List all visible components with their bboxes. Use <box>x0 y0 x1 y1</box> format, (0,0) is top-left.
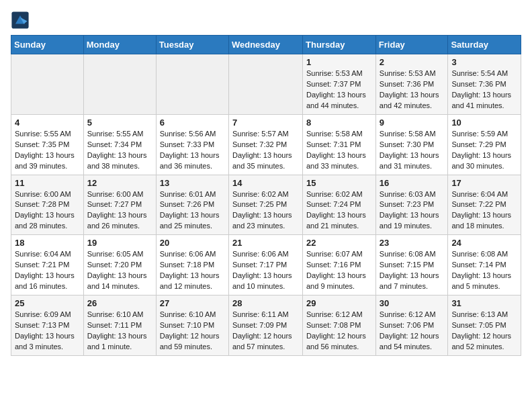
calendar-cell: 21Sunrise: 6:06 AM Sunset: 7:17 PM Dayli… <box>228 235 302 295</box>
calendar-cell: 17Sunrise: 6:04 AM Sunset: 7:22 PM Dayli… <box>448 175 521 235</box>
day-number: 8 <box>306 118 372 128</box>
calendar-cell <box>83 54 156 115</box>
calendar-cell: 25Sunrise: 6:09 AM Sunset: 7:13 PM Dayli… <box>11 295 84 356</box>
day-number: 22 <box>306 238 372 248</box>
weekday-header: Tuesday <box>156 36 228 54</box>
day-info: Sunrise: 6:06 AM Sunset: 7:17 PM Dayligh… <box>232 249 299 292</box>
day-number: 9 <box>380 118 445 128</box>
day-info: Sunrise: 5:56 AM Sunset: 7:33 PM Dayligh… <box>160 129 225 172</box>
logo <box>11 11 31 30</box>
calendar-cell: 11Sunrise: 6:00 AM Sunset: 7:28 PM Dayli… <box>11 175 84 235</box>
calendar-cell: 7Sunrise: 5:57 AM Sunset: 7:32 PM Daylig… <box>228 114 302 175</box>
calendar-cell: 28Sunrise: 6:11 AM Sunset: 7:09 PM Dayli… <box>228 295 302 356</box>
day-number: 28 <box>232 298 299 308</box>
day-info: Sunrise: 6:04 AM Sunset: 7:21 PM Dayligh… <box>15 249 80 292</box>
day-info: Sunrise: 6:00 AM Sunset: 7:28 PM Dayligh… <box>15 189 80 232</box>
day-info: Sunrise: 6:10 AM Sunset: 7:11 PM Dayligh… <box>87 310 152 353</box>
day-info: Sunrise: 5:58 AM Sunset: 7:30 PM Dayligh… <box>380 129 445 172</box>
day-number: 21 <box>232 238 299 248</box>
day-info: Sunrise: 6:02 AM Sunset: 7:24 PM Dayligh… <box>306 189 372 232</box>
calendar-cell: 10Sunrise: 5:59 AM Sunset: 7:29 PM Dayli… <box>448 114 521 175</box>
weekday-header: Monday <box>83 36 156 54</box>
calendar-cell: 27Sunrise: 6:10 AM Sunset: 7:10 PM Dayli… <box>156 295 228 356</box>
calendar-cell: 5Sunrise: 5:55 AM Sunset: 7:34 PM Daylig… <box>83 114 156 175</box>
calendar-cell: 29Sunrise: 6:12 AM Sunset: 7:08 PM Dayli… <box>303 295 376 356</box>
day-number: 18 <box>15 238 80 248</box>
calendar-cell: 6Sunrise: 5:56 AM Sunset: 7:33 PM Daylig… <box>156 114 228 175</box>
day-info: Sunrise: 6:08 AM Sunset: 7:14 PM Dayligh… <box>451 249 517 292</box>
day-number: 13 <box>160 178 225 188</box>
day-info: Sunrise: 6:00 AM Sunset: 7:27 PM Dayligh… <box>87 189 152 232</box>
day-number: 17 <box>451 178 517 188</box>
calendar-cell: 12Sunrise: 6:00 AM Sunset: 7:27 PM Dayli… <box>83 175 156 235</box>
weekday-header: Saturday <box>448 36 521 54</box>
calendar-cell: 19Sunrise: 6:05 AM Sunset: 7:20 PM Dayli… <box>83 235 156 295</box>
day-number: 30 <box>380 298 445 308</box>
day-info: Sunrise: 5:54 AM Sunset: 7:36 PM Dayligh… <box>451 68 517 111</box>
day-info: Sunrise: 6:01 AM Sunset: 7:26 PM Dayligh… <box>160 189 225 232</box>
calendar-cell: 2Sunrise: 5:53 AM Sunset: 7:36 PM Daylig… <box>375 54 448 115</box>
calendar-cell: 16Sunrise: 6:03 AM Sunset: 7:23 PM Dayli… <box>375 175 448 235</box>
day-number: 7 <box>232 118 299 128</box>
day-info: Sunrise: 6:13 AM Sunset: 7:05 PM Dayligh… <box>451 310 517 353</box>
day-number: 23 <box>380 238 445 248</box>
weekday-header: Friday <box>375 36 448 54</box>
day-info: Sunrise: 6:10 AM Sunset: 7:10 PM Dayligh… <box>160 310 225 353</box>
day-info: Sunrise: 5:57 AM Sunset: 7:32 PM Dayligh… <box>232 129 299 172</box>
day-number: 31 <box>451 298 517 308</box>
calendar-cell: 22Sunrise: 6:07 AM Sunset: 7:16 PM Dayli… <box>303 235 376 295</box>
day-info: Sunrise: 6:06 AM Sunset: 7:18 PM Dayligh… <box>160 249 225 292</box>
calendar-cell: 13Sunrise: 6:01 AM Sunset: 7:26 PM Dayli… <box>156 175 228 235</box>
day-number: 4 <box>15 118 80 128</box>
day-number: 10 <box>451 118 517 128</box>
calendar-cell <box>228 54 302 115</box>
day-number: 25 <box>15 298 80 308</box>
weekday-header: Sunday <box>11 36 84 54</box>
day-info: Sunrise: 6:12 AM Sunset: 7:08 PM Dayligh… <box>306 310 372 353</box>
calendar-cell: 24Sunrise: 6:08 AM Sunset: 7:14 PM Dayli… <box>448 235 521 295</box>
day-info: Sunrise: 6:11 AM Sunset: 7:09 PM Dayligh… <box>232 310 299 353</box>
calendar-cell <box>156 54 228 115</box>
day-info: Sunrise: 6:04 AM Sunset: 7:22 PM Dayligh… <box>451 189 517 232</box>
day-number: 2 <box>380 57 445 67</box>
calendar-cell: 1Sunrise: 5:53 AM Sunset: 7:37 PM Daylig… <box>303 54 376 115</box>
calendar-cell: 30Sunrise: 6:12 AM Sunset: 7:06 PM Dayli… <box>375 295 448 356</box>
day-number: 6 <box>160 118 225 128</box>
calendar-cell <box>11 54 84 115</box>
day-number: 24 <box>451 238 517 248</box>
day-info: Sunrise: 6:02 AM Sunset: 7:25 PM Dayligh… <box>232 189 299 232</box>
day-info: Sunrise: 5:53 AM Sunset: 7:37 PM Dayligh… <box>306 68 372 111</box>
day-number: 20 <box>160 238 225 248</box>
calendar-cell: 18Sunrise: 6:04 AM Sunset: 7:21 PM Dayli… <box>11 235 84 295</box>
day-number: 12 <box>87 178 152 188</box>
day-info: Sunrise: 5:55 AM Sunset: 7:34 PM Dayligh… <box>87 129 152 172</box>
calendar-cell: 15Sunrise: 6:02 AM Sunset: 7:24 PM Dayli… <box>303 175 376 235</box>
calendar-cell: 20Sunrise: 6:06 AM Sunset: 7:18 PM Dayli… <box>156 235 228 295</box>
day-info: Sunrise: 5:59 AM Sunset: 7:29 PM Dayligh… <box>451 129 517 172</box>
day-number: 16 <box>380 178 445 188</box>
calendar-table: SundayMondayTuesdayWednesdayThursdayFrid… <box>11 35 521 356</box>
day-info: Sunrise: 5:58 AM Sunset: 7:31 PM Dayligh… <box>306 129 372 172</box>
day-info: Sunrise: 6:07 AM Sunset: 7:16 PM Dayligh… <box>306 249 372 292</box>
calendar-cell: 26Sunrise: 6:10 AM Sunset: 7:11 PM Dayli… <box>83 295 156 356</box>
day-number: 26 <box>87 298 152 308</box>
day-number: 14 <box>232 178 299 188</box>
calendar-cell: 31Sunrise: 6:13 AM Sunset: 7:05 PM Dayli… <box>448 295 521 356</box>
day-info: Sunrise: 6:05 AM Sunset: 7:20 PM Dayligh… <box>87 249 152 292</box>
day-number: 27 <box>160 298 225 308</box>
day-info: Sunrise: 6:08 AM Sunset: 7:15 PM Dayligh… <box>380 249 445 292</box>
calendar-cell: 4Sunrise: 5:55 AM Sunset: 7:35 PM Daylig… <box>11 114 84 175</box>
day-number: 19 <box>87 238 152 248</box>
day-number: 1 <box>306 57 372 67</box>
calendar-cell: 9Sunrise: 5:58 AM Sunset: 7:30 PM Daylig… <box>375 114 448 175</box>
calendar-cell: 8Sunrise: 5:58 AM Sunset: 7:31 PM Daylig… <box>303 114 376 175</box>
calendar-cell: 14Sunrise: 6:02 AM Sunset: 7:25 PM Dayli… <box>228 175 302 235</box>
weekday-header: Thursday <box>303 36 376 54</box>
day-info: Sunrise: 6:09 AM Sunset: 7:13 PM Dayligh… <box>15 310 80 353</box>
day-info: Sunrise: 5:55 AM Sunset: 7:35 PM Dayligh… <box>15 129 80 172</box>
page-header <box>11 11 521 30</box>
day-number: 29 <box>306 298 372 308</box>
logo-icon <box>11 11 30 30</box>
day-number: 3 <box>451 57 517 67</box>
calendar-cell: 3Sunrise: 5:54 AM Sunset: 7:36 PM Daylig… <box>448 54 521 115</box>
